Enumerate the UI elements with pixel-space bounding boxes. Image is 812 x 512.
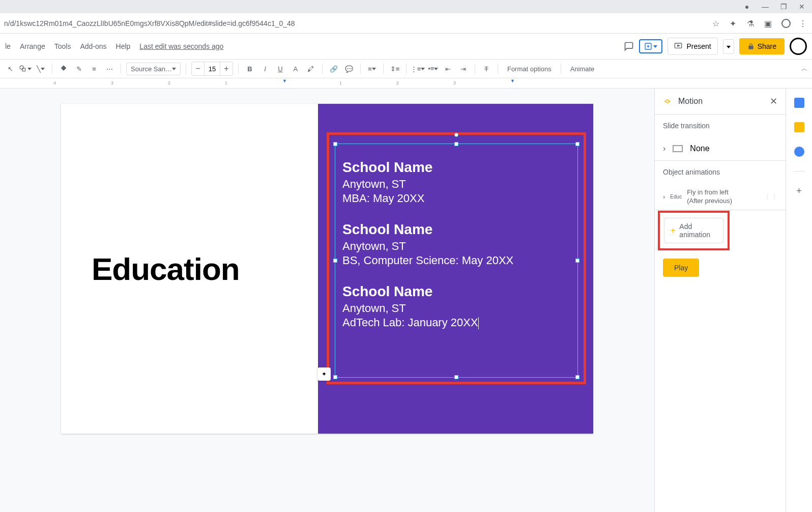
animate-button[interactable]: Animate [566,65,599,73]
text-color-icon[interactable]: A [289,63,302,75]
menu-arrange[interactable]: Arrange [20,42,45,50]
resize-handle-bl[interactable] [333,375,337,379]
url-text[interactable]: n/d/1kswc12Rm01m4_CaozzLlIbU65nE0mgsXrf8… [4,19,712,27]
font-size-decrease[interactable]: − [192,62,204,75]
panel-icon[interactable]: ▣ [764,19,773,28]
school-degree[interactable]: BS, Computer Science: May 20XX [342,254,570,267]
clear-format-icon[interactable]: T [480,63,492,75]
present-button[interactable]: Present [668,38,717,55]
drag-handle-icon[interactable]: ⋮⋮ [764,193,777,201]
profile-small-icon[interactable] [781,19,791,28]
line-tool-icon[interactable]: ╲ [35,63,47,75]
border-dash-icon[interactable]: ⋯ [103,63,115,75]
toolbar-collapse-icon[interactable]: ︿ [801,64,808,73]
object-animations-label: Object animations [655,161,786,183]
school-name[interactable]: School Name [342,221,570,238]
tasks-rail-icon[interactable] [794,147,804,157]
school-name[interactable]: School Name [342,283,570,300]
add-animation-button[interactable]: + Add animation [664,218,723,243]
close-window-icon[interactable]: ✕ [798,3,806,11]
format-options-button[interactable]: Format options [503,65,556,73]
comment-icon[interactable]: 💬 [343,63,355,75]
underline-icon[interactable]: U [274,63,286,75]
resize-handle-ml[interactable] [333,259,337,263]
font-name-select[interactable]: Source San… [126,63,181,75]
select-tool-icon[interactable]: ↖ [4,63,16,75]
share-button[interactable]: Share [739,38,785,54]
school-name[interactable]: School Name [342,159,570,176]
present-dropdown[interactable] [723,39,734,54]
school-location[interactable]: Anytown, ST [342,302,570,315]
add-rail-icon[interactable]: + [796,186,802,196]
maximize-icon[interactable]: ❐ [779,3,788,11]
canvas-area[interactable]: Education School Name Anytown, ST MBA: M… [0,89,654,512]
font-size-input[interactable] [204,62,220,75]
italic-icon[interactable]: I [259,63,271,75]
resize-handle-br[interactable] [575,375,579,379]
rotate-handle[interactable] [454,133,458,137]
comments-icon[interactable] [624,41,634,51]
slide-title[interactable]: Education [92,251,240,287]
play-button[interactable]: Play [663,259,699,277]
border-color-icon[interactable]: ✎ [73,63,85,75]
school-location[interactable]: Anytown, ST [342,240,570,253]
text-box-selected[interactable]: School Name Anytown, ST MBA: May 20XX Sc… [335,144,578,378]
add-slide-button[interactable] [639,39,662,53]
slide-icon [673,145,683,152]
indent-increase-icon[interactable]: ⇥ [457,63,470,75]
ruler-tick: 3 [453,80,456,86]
close-icon[interactable]: ✕ [770,96,777,107]
resize-handle-tl[interactable] [333,142,337,146]
align-icon[interactable]: ≡ [366,63,378,75]
fill-color-icon[interactable] [57,63,70,75]
present-label: Present [686,42,711,50]
record-icon[interactable]: ● [743,3,751,11]
line-spacing-icon[interactable]: ⇕≡ [389,63,401,75]
school-location[interactable]: Anytown, ST [342,178,570,191]
star-icon[interactable]: ☆ [712,19,721,28]
svg-point-7 [666,100,669,103]
resize-handle-tr[interactable] [575,142,579,146]
border-weight-icon[interactable]: ≡ [88,63,100,75]
shape-tool-icon[interactable] [19,63,32,75]
indent-marker[interactable]: ▼ [282,78,287,83]
font-name-label: Source San… [131,65,172,73]
floating-tool-widget[interactable]: ✦ [317,367,331,381]
highlight-icon[interactable]: 🖍 [305,63,317,75]
menu-bar: le Arrange Tools Add-ons Help Last edit … [0,34,812,59]
school-degree[interactable]: AdTech Lab: January 20XX [342,316,570,329]
ruler[interactable]: 4 3 2 1 ▼ 1 2 3 ▼ [0,78,812,89]
slide[interactable]: Education School Name Anytown, ST MBA: M… [61,104,593,434]
link-icon[interactable]: 🔗 [328,63,340,75]
profile-avatar[interactable] [790,38,807,55]
labs-icon[interactable]: ⚗ [747,19,756,28]
school-degree-text: AdTech Lab: January 20XX [342,316,478,329]
bold-icon[interactable]: B [244,63,256,75]
resize-handle-mr[interactable] [575,259,579,263]
transition-selector[interactable]: › None [655,137,786,161]
school-degree[interactable]: MBA: May 20XX [342,192,570,205]
animation-timing: (After previous) [687,197,732,205]
menu-file[interactable]: le [5,42,11,50]
numbered-list-icon[interactable]: ⋮≡ [412,63,424,75]
school-entry: School Name Anytown, ST MBA: May 20XX [342,159,570,205]
rail-separator [793,171,805,172]
menu-addons[interactable]: Add-ons [80,42,106,50]
font-size-increase[interactable]: + [220,62,233,75]
calendar-rail-icon[interactable] [794,98,804,108]
indent-decrease-icon[interactable]: ⇤ [442,63,454,75]
resize-handle-bm[interactable] [454,375,458,379]
animation-item[interactable]: › Educ Fly in from left (After previous)… [655,183,786,210]
bulleted-list-icon[interactable]: ⦁≡ [427,63,439,75]
extension-icon[interactable]: ✦ [730,19,739,28]
menu-tools[interactable]: Tools [54,42,71,50]
minimize-icon[interactable]: — [761,3,769,11]
chevron-right-icon: › [663,144,665,153]
browser-menu-icon[interactable]: ⋮ [799,19,808,28]
last-edit-link[interactable]: Last edit was seconds ago [139,42,223,50]
indent-right-marker[interactable]: ▼ [510,78,515,83]
transition-value: None [690,144,709,153]
resize-handle-tm[interactable] [454,142,458,146]
menu-help[interactable]: Help [116,42,131,50]
keep-rail-icon[interactable] [794,122,804,132]
